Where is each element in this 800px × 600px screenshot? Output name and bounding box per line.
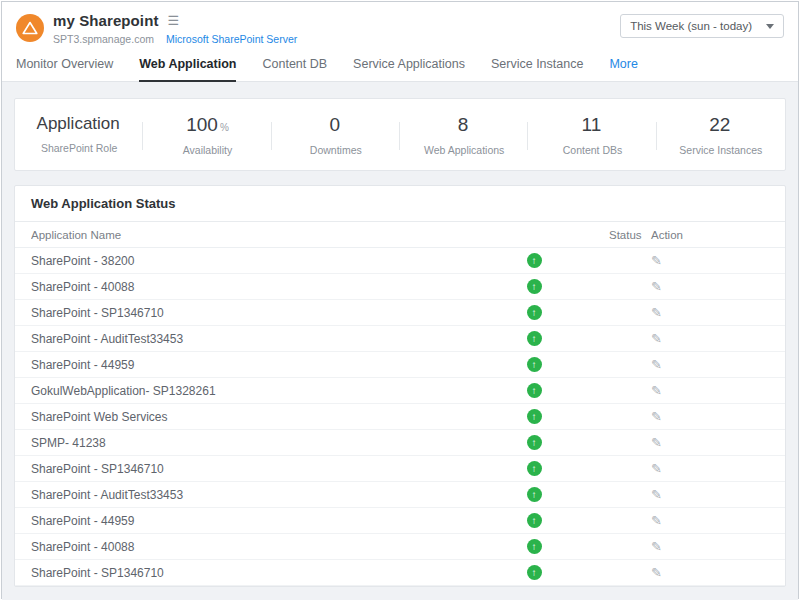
application-name: SharePoint - 44959 xyxy=(31,358,459,372)
availability-cell: ↑ xyxy=(459,383,609,398)
stat-value: 22 xyxy=(709,114,730,135)
availability-cell: ↑ xyxy=(459,253,609,268)
action-cell: ✎ xyxy=(651,332,769,346)
tab-web-application[interactable]: Web Application xyxy=(139,51,236,82)
stat-service-instances: 22 Service Instances xyxy=(657,114,785,156)
availability-cell: ↑ xyxy=(459,461,609,476)
time-range-value: This Week (sun - today) xyxy=(630,20,752,32)
availability-cell: ↑ xyxy=(459,331,609,346)
table-row: SharePoint - 38200 ↑ ✎ xyxy=(15,248,785,274)
action-cell: ✎ xyxy=(651,410,769,424)
action-cell: ✎ xyxy=(651,488,769,502)
action-cell: ✎ xyxy=(651,566,769,580)
edit-pencil-icon[interactable]: ✎ xyxy=(651,357,662,372)
action-cell: ✎ xyxy=(651,540,769,554)
edit-pencil-icon[interactable]: ✎ xyxy=(651,279,662,294)
table-row: SPMP- 41238 ↑ ✎ xyxy=(15,430,785,456)
availability-cell: ↑ xyxy=(459,409,609,424)
server-type-link[interactable]: Microsoft SharePoint Server xyxy=(166,33,297,45)
application-name: SharePoint - SP1346710 xyxy=(31,566,459,580)
tab-content-db[interactable]: Content DB xyxy=(262,51,327,81)
availability-up-icon: ↑ xyxy=(527,357,542,372)
availability-up-icon: ↑ xyxy=(527,487,542,502)
app-window: my Sharepoint ☰ SPT3.spmanage.com Micros… xyxy=(1,1,799,599)
availability-cell: ↑ xyxy=(459,565,609,580)
availability-up-icon: ↑ xyxy=(527,383,542,398)
summary-stats: Application SharePoint Role 100% Availab… xyxy=(14,98,786,171)
stat-content-dbs: 11 Content DBs xyxy=(528,114,656,156)
availability-up-icon: ↑ xyxy=(527,435,542,450)
availability-cell: ↑ xyxy=(459,539,609,554)
action-cell: ✎ xyxy=(651,462,769,476)
application-name: SharePoint - 38200 xyxy=(31,254,459,268)
tab-service-applications[interactable]: Service Applications xyxy=(353,51,465,81)
action-cell: ✎ xyxy=(651,514,769,528)
availability-cell: ↑ xyxy=(459,487,609,502)
time-range-select[interactable]: This Week (sun - today) xyxy=(620,14,784,38)
edit-pencil-icon[interactable]: ✎ xyxy=(651,565,662,580)
availability-up-icon: ↑ xyxy=(527,539,542,554)
tab-service-instance[interactable]: Service Instance xyxy=(491,51,583,81)
edit-pencil-icon[interactable]: ✎ xyxy=(651,331,662,346)
stat-value: 8 xyxy=(458,114,469,135)
stat-value: Application xyxy=(37,114,120,133)
availability-cell: ↑ xyxy=(459,357,609,372)
availability-up-icon: ↑ xyxy=(527,305,542,320)
stat-label: Web Applications xyxy=(400,144,528,156)
edit-pencil-icon[interactable]: ✎ xyxy=(651,253,662,268)
application-name: SharePoint - AuditTest33453 xyxy=(31,332,459,346)
availability-up-icon: ↑ xyxy=(527,513,542,528)
edit-pencil-icon[interactable]: ✎ xyxy=(651,435,662,450)
monitor-host: SPT3.spmanage.com xyxy=(53,33,154,45)
edit-pencil-icon[interactable]: ✎ xyxy=(651,539,662,554)
chevron-down-icon xyxy=(766,24,774,29)
column-action: Action xyxy=(651,229,769,241)
availability-up-icon: ↑ xyxy=(527,565,542,580)
stat-label: Service Instances xyxy=(657,144,785,156)
stat-downtimes: 0 Downtimes xyxy=(272,114,400,156)
stat-label: SharePoint Role xyxy=(15,142,143,154)
tab-more[interactable]: More xyxy=(609,51,637,81)
availability-cell: ↑ xyxy=(459,513,609,528)
table-row: SharePoint - 40088 ↑ ✎ xyxy=(15,534,785,560)
table-row: SharePoint - 40088 ↑ ✎ xyxy=(15,274,785,300)
application-name: SharePoint - 40088 xyxy=(31,540,459,554)
stat-value: 0 xyxy=(330,114,341,135)
table-header-row: Application Name Status Action xyxy=(15,222,785,248)
availability-up-icon: ↑ xyxy=(527,461,542,476)
application-name: SharePoint - 40088 xyxy=(31,280,459,294)
monitor-warning-icon xyxy=(16,14,44,42)
tab-monitor-overview[interactable]: Monitor Overview xyxy=(16,51,113,81)
edit-pencil-icon[interactable]: ✎ xyxy=(651,513,662,528)
availability-up-icon: ↑ xyxy=(527,253,542,268)
table-row: SharePoint - SP1346710 ↑ ✎ xyxy=(15,456,785,482)
application-name: SharePoint - AuditTest33453 xyxy=(31,488,459,502)
stat-web-applications: 8 Web Applications xyxy=(400,114,528,156)
table-row: SharePoint - 44959 ↑ ✎ xyxy=(15,352,785,378)
stat-label: Availability xyxy=(143,144,271,156)
stat-value: 100 xyxy=(186,114,218,135)
stat-label: Downtimes xyxy=(272,144,400,156)
hamburger-menu-icon[interactable]: ☰ xyxy=(168,14,180,27)
action-cell: ✎ xyxy=(651,358,769,372)
edit-pencil-icon[interactable]: ✎ xyxy=(651,383,662,398)
action-cell: ✎ xyxy=(651,384,769,398)
edit-pencil-icon[interactable]: ✎ xyxy=(651,409,662,424)
card-title: Web Application Status xyxy=(15,186,785,222)
table-row: SharePoint - 44959 ↑ ✎ xyxy=(15,508,785,534)
table-row: SharePoint - SP1346710 ↑ ✎ xyxy=(15,300,785,326)
edit-pencil-icon[interactable]: ✎ xyxy=(651,305,662,320)
stat-value: 11 xyxy=(582,114,602,135)
column-status: Status xyxy=(609,229,651,241)
table-row: SharePoint - AuditTest33453 ↑ ✎ xyxy=(15,326,785,352)
action-cell: ✎ xyxy=(651,306,769,320)
application-name: SharePoint - SP1346710 xyxy=(31,462,459,476)
table-row: SharePoint - SP1346710 ↑ ✎ xyxy=(15,560,785,586)
application-name: GokulWebApplication- SP1328261 xyxy=(31,384,459,398)
availability-up-icon: ↑ xyxy=(527,279,542,294)
table-row: SharePoint Web Services ↑ ✎ xyxy=(15,404,785,430)
edit-pencil-icon[interactable]: ✎ xyxy=(651,487,662,502)
table-row: GokulWebApplication- SP1328261 ↑ ✎ xyxy=(15,378,785,404)
edit-pencil-icon[interactable]: ✎ xyxy=(651,461,662,476)
availability-cell: ↑ xyxy=(459,435,609,450)
